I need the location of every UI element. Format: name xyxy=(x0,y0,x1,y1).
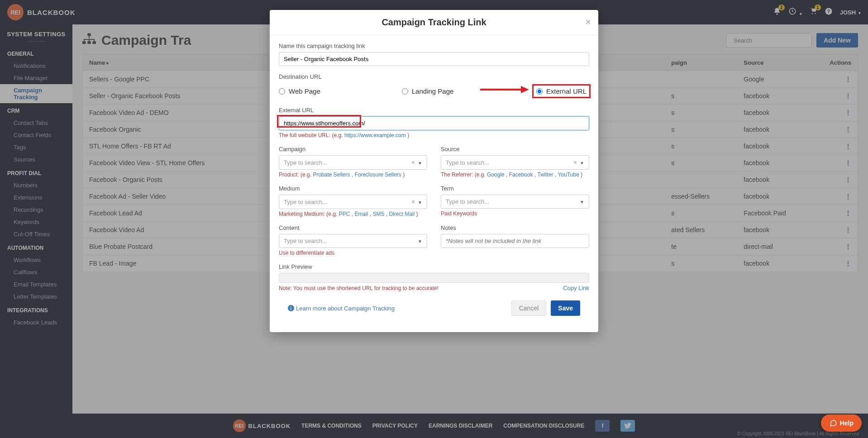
destination-label: Destination URL xyxy=(279,73,589,80)
save-button[interactable]: Save xyxy=(551,300,580,316)
preview-label: Link Preview xyxy=(279,263,589,270)
content-select[interactable]: Type to search... ▼ xyxy=(279,234,427,248)
campaign-tracking-modal: Campaign Tracking Link × Name this campa… xyxy=(270,10,598,332)
info-icon: i xyxy=(288,305,294,311)
chevron-down-icon: ▼ xyxy=(580,161,584,166)
chevron-down-icon: ▼ xyxy=(418,161,422,166)
notes-label: Notes xyxy=(441,224,589,231)
name-input[interactable] xyxy=(279,52,589,66)
svg-marker-9 xyxy=(521,86,529,93)
chevron-down-icon: ▼ xyxy=(580,200,584,205)
content-help: Use to differentiate ads xyxy=(279,250,427,256)
chevron-down-icon: ▼ xyxy=(418,200,422,205)
clear-icon[interactable]: × xyxy=(411,159,415,166)
radio-landing-page[interactable]: Landing Page xyxy=(402,87,454,95)
preview-note: Note: You must use the shortened URL for… xyxy=(279,285,439,291)
link-preview-box xyxy=(279,273,589,283)
name-label: Name this campaign tracking link xyxy=(279,43,589,49)
source-select[interactable]: Type to search... ×▼ xyxy=(441,155,589,170)
help-label: Help xyxy=(840,419,854,427)
medium-help: Marketing Medium: (e.g. PPC , Email , SM… xyxy=(279,211,427,217)
term-help: Paid Keywords xyxy=(441,210,589,217)
medium-label: Medium xyxy=(279,185,427,192)
radio-web-page[interactable]: Web Page xyxy=(279,87,320,95)
notes-input[interactable] xyxy=(441,234,589,248)
copy-link[interactable]: Copy Link xyxy=(563,285,589,291)
external-url-help: The full website URL: (e.g. https://www.… xyxy=(279,132,589,138)
external-url-label: External URL xyxy=(279,107,589,114)
chat-icon xyxy=(829,419,837,427)
source-label: Source xyxy=(441,146,589,152)
radio-external-url[interactable]: External URL xyxy=(536,87,587,95)
modal-title: Campaign Tracking Link xyxy=(382,17,486,28)
campaign-label: Campaign xyxy=(279,146,427,152)
chevron-down-icon: ▼ xyxy=(418,239,422,244)
close-icon[interactable]: × xyxy=(585,16,591,28)
external-url-input[interactable] xyxy=(279,116,589,130)
source-help: The Referrer: (e.g. Google , Facebook , … xyxy=(441,171,589,178)
campaign-select[interactable]: Type to search... ×▼ xyxy=(279,155,427,170)
medium-select[interactable]: Type to search... ×▼ xyxy=(279,195,427,209)
cancel-button[interactable]: Cancel xyxy=(511,300,547,316)
term-label: Term xyxy=(441,185,589,192)
modal-overlay: Campaign Tracking Link × Name this campa… xyxy=(0,0,868,438)
term-select[interactable]: Type to search... ▼ xyxy=(441,195,589,209)
content-label: Content xyxy=(279,224,427,231)
clear-icon[interactable]: × xyxy=(573,159,577,166)
campaign-help: Product: (e.g. Probate Sellers , Foreclo… xyxy=(279,171,427,178)
annotation-arrow xyxy=(480,84,530,95)
clear-icon[interactable]: × xyxy=(411,198,415,205)
help-widget[interactable]: Help xyxy=(821,414,862,432)
learn-more-link[interactable]: i Learn more about Campaign Tracking xyxy=(288,305,395,312)
